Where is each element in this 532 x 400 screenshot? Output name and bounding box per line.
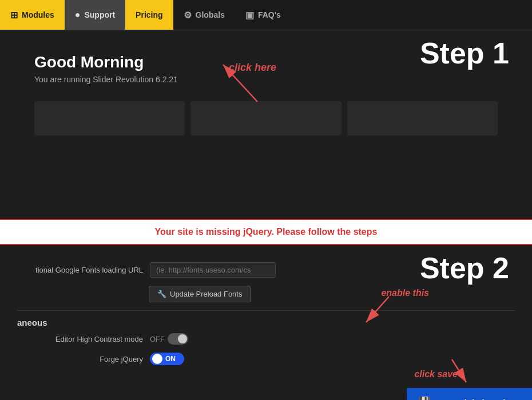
forge-jquery-toggle[interactable]: ON (150, 353, 184, 365)
support-icon: ● (75, 10, 81, 20)
step1-label: Step 1 (420, 36, 509, 70)
modules-icon: ⊞ (10, 10, 18, 21)
gear-icon: ⚙ (184, 10, 192, 21)
nav-bar: ⊞ Modules ● Support Pricing ⚙ Globals ▣ … (0, 0, 532, 30)
google-fonts-label: tional Google Fonts loading URL (17, 266, 143, 274)
update-btn-label: Update Preload Fonts (170, 290, 242, 298)
click-here-annotation: click here (229, 62, 276, 74)
wrench-icon: 🔧 (157, 290, 166, 298)
nav-label-support: Support (84, 10, 115, 19)
save-btn-label: Save Global Settings (435, 398, 521, 401)
nav-label-modules: Modules (22, 10, 54, 19)
step2-area: Step 2 tional Google Fonts loading URL 🔧… (0, 245, 532, 400)
update-preload-fonts-button[interactable]: 🔧 Update Preload Fonts (149, 286, 251, 302)
step1-area: Step 1 Good Morning You are running Slid… (0, 30, 532, 219)
nav-item-support[interactable]: ● Support (65, 0, 125, 30)
high-contrast-toggle[interactable]: OFF (150, 333, 188, 345)
toggle-on-dot (152, 354, 162, 364)
nav-item-pricing[interactable]: Pricing (125, 0, 173, 30)
card-3 (347, 101, 498, 135)
toggle-off-label: OFF (150, 335, 165, 343)
high-contrast-label: Editor High Contrast mode (17, 335, 143, 343)
svg-line-5 (452, 359, 466, 382)
forge-jquery-label: Forge jQuery (17, 355, 143, 363)
save-icon: 💾 (418, 396, 431, 400)
step2-label: Step 2 (420, 251, 509, 285)
google-fonts-input[interactable] (150, 262, 276, 278)
update-fonts-row: 🔧 Update Preload Fonts (149, 286, 515, 302)
warning-banner: Your site is missing jQuery. Please foll… (0, 219, 532, 245)
nav-item-modules[interactable]: ⊞ Modules (0, 0, 65, 30)
save-global-settings-button[interactable]: 💾 Save Global Settings (407, 388, 532, 400)
nav-label-globals: Globals (196, 10, 225, 19)
nav-label-pricing: Pricing (136, 10, 162, 19)
warning-text: Your site is missing jQuery. Please foll… (155, 227, 378, 237)
toggle-off-circle (168, 333, 188, 345)
save-arrow (418, 354, 475, 388)
faqs-icon: ▣ (245, 10, 254, 21)
nav-label-faqs: FAQ's (258, 10, 281, 19)
card-1 (34, 101, 185, 135)
nav-item-globals[interactable]: ⚙ Globals (173, 0, 235, 30)
enable-this-annotation: enable this (381, 288, 429, 298)
nav-item-faqs[interactable]: ▣ FAQ's (235, 0, 291, 30)
toggle-on-label: ON (165, 355, 176, 363)
svg-line-3 (366, 297, 389, 322)
